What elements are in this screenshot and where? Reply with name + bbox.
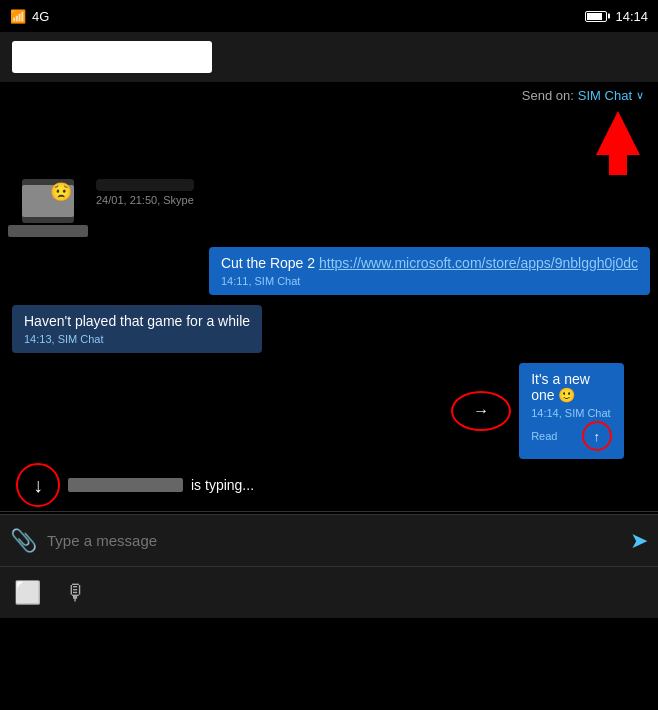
avatar-name	[8, 225, 88, 237]
new-one-text: It's a new one 🙂	[531, 371, 590, 403]
mic-icon[interactable]: 🎙	[65, 580, 87, 606]
circle-arrow-icon: →	[473, 402, 489, 420]
cut-rope-timestamp: 14:11, SIM Chat	[221, 275, 638, 287]
typing-name-block	[68, 478, 183, 492]
circle-annotation: →	[451, 391, 511, 431]
havent-played-container: Haven't played that game for a while 14:…	[8, 305, 650, 353]
new-one-message: It's a new one 🙂 14:14, SIM Chat Read ↑	[519, 363, 650, 459]
chevron-down-icon[interactable]: ∨	[636, 89, 644, 102]
cut-rope-bubble: Cut the Rope 2 https://www.microsoft.com…	[209, 247, 650, 295]
skype-timestamp: 24/01, 21:50, Skype	[96, 194, 194, 206]
down-arrow-circle: ↓	[16, 463, 60, 507]
chat-content: 😟 24/01, 21:50, Skype Cut the Rope 2 htt…	[0, 175, 658, 463]
small-up-arrow-icon: ↑	[594, 429, 601, 444]
bottom-nav: ⬜ 🎙	[0, 566, 658, 618]
red-up-arrow	[596, 111, 640, 155]
status-right: 14:14	[585, 9, 648, 24]
havent-played-bubble: Haven't played that game for a while 14:…	[12, 305, 262, 353]
input-bar: 📎 ➤	[0, 514, 658, 566]
time-label: 14:14	[615, 9, 648, 24]
status-left: 📶 4G	[10, 9, 49, 24]
small-circle-annotation: ↑	[582, 421, 612, 451]
battery-icon	[585, 11, 607, 22]
cut-rope-text: Cut the Rope 2	[221, 255, 319, 271]
havent-played-text: Haven't played that game for a while	[24, 313, 250, 329]
typing-text: is typing...	[191, 477, 254, 493]
red-arrow-stem	[609, 155, 627, 175]
attach-icon[interactable]: 📎	[10, 528, 37, 554]
avatar: 😟	[22, 179, 74, 223]
cut-rope-message: Cut the Rope 2 https://www.microsoft.com…	[8, 247, 650, 295]
new-one-bubble: It's a new one 🙂 14:14, SIM Chat Read ↑	[519, 363, 624, 459]
received-message: 😟 24/01, 21:50, Skype	[8, 179, 490, 237]
cut-rope-link[interactable]: https://www.microsoft.com/store/apps/9nb…	[319, 255, 638, 271]
send-button[interactable]: ➤	[630, 528, 648, 554]
send-value[interactable]: SIM Chat	[578, 88, 632, 103]
down-arrow-icon: ↓	[33, 474, 43, 497]
status-bar: 📶 4G 14:14	[0, 0, 658, 32]
havent-played-timestamp: 14:13, SIM Chat	[24, 333, 250, 345]
typing-section: ↓ is typing...	[0, 463, 658, 507]
circle-annotation-container: →	[451, 391, 511, 431]
skype-bubble	[96, 179, 194, 191]
network-label: 4G	[32, 9, 49, 24]
send-label: Send on:	[522, 88, 574, 103]
divider	[0, 511, 658, 512]
message-input[interactable]	[47, 532, 620, 549]
signal-icon: 📶	[10, 9, 26, 24]
send-on-bar: Send on: SIM Chat ∨	[0, 82, 658, 109]
search-bar[interactable]	[12, 41, 212, 73]
new-one-timestamp: 14:14, SIM Chat	[531, 407, 612, 419]
new-one-container: → It's a new one 🙂 14:14, SIM Chat Read …	[8, 363, 650, 459]
avatar-block: 😟	[8, 179, 88, 237]
read-status: Read	[531, 430, 557, 442]
header	[0, 32, 658, 82]
home-icon[interactable]: ⬜	[14, 580, 41, 606]
